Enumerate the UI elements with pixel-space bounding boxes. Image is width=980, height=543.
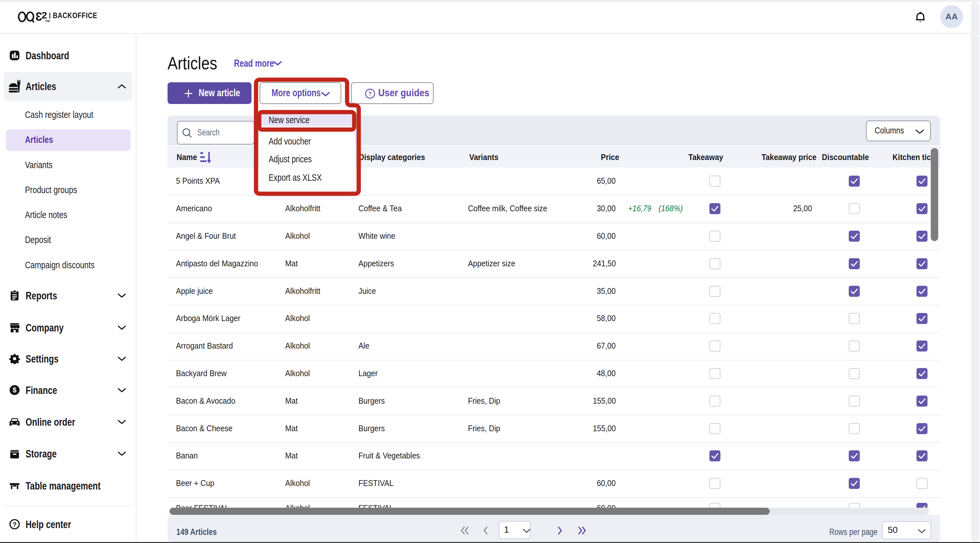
svg-text:TM: TM [45, 19, 50, 23]
svg-text:3: 3 [35, 10, 42, 23]
svg-text:$: $ [13, 386, 16, 394]
svg-text:?: ? [13, 521, 17, 528]
